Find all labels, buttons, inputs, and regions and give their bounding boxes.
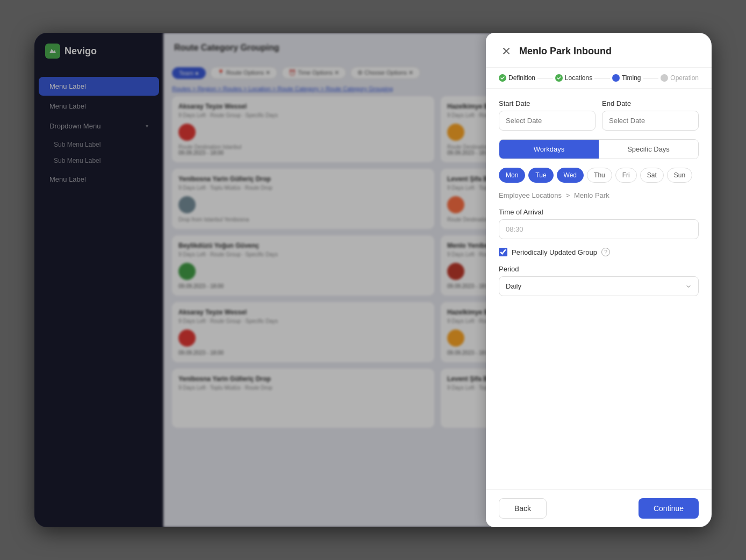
step-definition: Definition (499, 74, 535, 82)
end-date-group: End Date (602, 99, 699, 131)
time-arrival-input[interactable]: 08:30 (499, 219, 699, 239)
start-date-group: Start Date (499, 99, 596, 131)
step-sep-1 (537, 78, 553, 78)
back-button[interactable]: Back (499, 498, 547, 519)
time-arrival-label: Time of Arrival (499, 208, 699, 216)
step-operation: Operation (661, 74, 699, 82)
day-tue[interactable]: Tue (528, 168, 553, 183)
period-group: Period Daily Weekly Monthly (499, 265, 699, 296)
periodically-updated-label: Periodically Updated Group (512, 248, 597, 256)
stepper-row: Definition Locations Timing Operation (486, 68, 712, 89)
location-breadcrumb: Employee Locations > Menlo Park (499, 191, 699, 199)
modal-title: Menlo Park Inbound (519, 46, 612, 57)
period-select[interactable]: Daily Weekly Monthly (499, 276, 699, 296)
modal-body: Start Date End Date Workdays Specific Da… (486, 89, 712, 489)
start-date-label: Start Date (499, 99, 596, 107)
step-label-operation: Operation (670, 74, 699, 82)
step-timing: Timing (612, 74, 641, 82)
modal-footer: Back Continue (486, 489, 712, 527)
periodically-updated-checkbox[interactable] (499, 248, 507, 256)
day-fri[interactable]: Fri (615, 168, 637, 183)
step-sep-2 (594, 78, 610, 78)
end-date-input[interactable] (602, 111, 699, 131)
step-label-locations: Locations (565, 74, 592, 82)
days-row: Mon Tue Wed Thu Fri Sat Sun (499, 168, 699, 183)
tab-specific-days[interactable]: Specific Days (599, 140, 698, 159)
period-label: Period (499, 265, 699, 273)
day-thu[interactable]: Thu (587, 168, 612, 183)
step-label-timing: Timing (622, 74, 641, 82)
step-locations: Locations (555, 74, 592, 82)
time-arrival-group: Time of Arrival 08:30 (499, 208, 699, 239)
day-sun[interactable]: Sun (667, 168, 692, 183)
day-wed[interactable]: Wed (557, 168, 584, 183)
schedule-tabs: Workdays Specific Days (499, 139, 699, 159)
start-date-input[interactable] (499, 111, 596, 131)
day-sat[interactable]: Sat (640, 168, 664, 183)
step-dot-locations (555, 74, 563, 82)
step-dot-operation (661, 74, 668, 82)
day-mon[interactable]: Mon (499, 168, 525, 183)
modal-close-button[interactable] (499, 44, 514, 59)
step-dot-definition (499, 74, 506, 82)
tab-workdays[interactable]: Workdays (499, 140, 599, 159)
modal-header: Menlo Park Inbound (486, 33, 712, 68)
help-icon[interactable]: ? (601, 248, 610, 256)
continue-button[interactable]: Continue (639, 498, 699, 519)
step-label-definition: Definition (508, 74, 535, 82)
end-date-label: End Date (602, 99, 699, 107)
periodically-updated-row: Periodically Updated Group ? (499, 248, 699, 256)
date-row: Start Date End Date (499, 99, 699, 131)
step-dot-timing (612, 74, 620, 82)
modal-panel: Menlo Park Inbound Definition Locations … (486, 33, 712, 527)
step-sep-3 (643, 78, 659, 78)
